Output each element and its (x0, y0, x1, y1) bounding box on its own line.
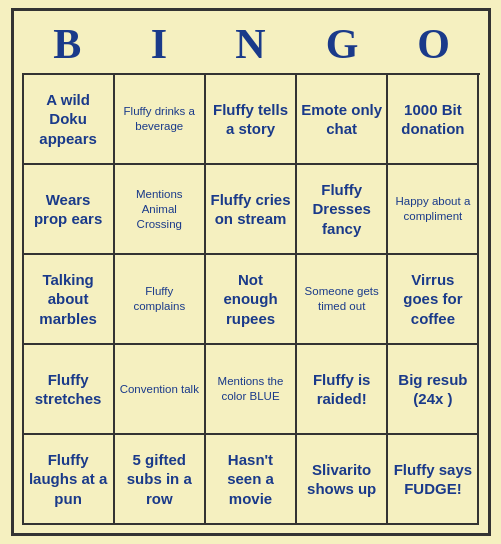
bingo-cell-10: Talking about marbles (24, 255, 115, 345)
bingo-cell-15: Fluffy stretches (24, 345, 115, 435)
bingo-cell-20: Fluffy laughs at a pun (24, 435, 115, 525)
bingo-cell-3: Emote only chat (297, 75, 388, 165)
cell-text-5: Wears prop ears (28, 190, 109, 229)
cell-text-9: Happy about a compliment (392, 194, 473, 224)
cell-text-13: Someone gets timed out (301, 284, 382, 314)
bingo-cell-5: Wears prop ears (24, 165, 115, 255)
bingo-letter-n: N (205, 19, 297, 69)
cell-text-20: Fluffy laughs at a pun (28, 450, 109, 509)
cell-text-6: Mentions Animal Crossing (119, 187, 200, 232)
bingo-cell-4: 1000 Bit donation (388, 75, 479, 165)
cell-text-11: Fluffy complains (119, 284, 200, 314)
bingo-cell-14: Virrus goes for coffee (388, 255, 479, 345)
cell-text-16: Convention talk (120, 382, 199, 397)
cell-text-1: Fluffy drinks a beverage (119, 104, 200, 134)
bingo-cell-23: Slivarito shows up (297, 435, 388, 525)
bingo-cell-16: Convention talk (115, 345, 206, 435)
bingo-cell-7: Fluffy cries on stream (206, 165, 297, 255)
bingo-letter-i: I (113, 19, 205, 69)
cell-text-3: Emote only chat (301, 100, 382, 139)
bingo-card: BINGO A wild Doku appearsFluffy drinks a… (11, 8, 491, 536)
cell-text-18: Fluffy is raided! (301, 370, 382, 409)
cell-text-17: Mentions the color BLUE (210, 374, 291, 404)
bingo-cell-6: Mentions Animal Crossing (115, 165, 206, 255)
cell-text-24: Fluffy says FUDGE! (392, 460, 473, 499)
bingo-letter-g: G (296, 19, 388, 69)
bingo-cell-9: Happy about a compliment (388, 165, 479, 255)
bingo-cell-22: Hasn't seen a movie (206, 435, 297, 525)
cell-text-8: Fluffy Dresses fancy (301, 180, 382, 239)
cell-text-15: Fluffy stretches (28, 370, 109, 409)
bingo-grid: A wild Doku appearsFluffy drinks a bever… (22, 73, 480, 525)
cell-text-10: Talking about marbles (28, 270, 109, 329)
cell-text-4: 1000 Bit donation (392, 100, 473, 139)
cell-text-23: Slivarito shows up (301, 460, 382, 499)
bingo-cell-21: 5 gifted subs in a row (115, 435, 206, 525)
bingo-cell-19: Big resub (24x ) (388, 345, 479, 435)
cell-text-2: Fluffy tells a story (210, 100, 291, 139)
cell-text-19: Big resub (24x ) (392, 370, 473, 409)
bingo-cell-8: Fluffy Dresses fancy (297, 165, 388, 255)
cell-text-22: Hasn't seen a movie (210, 450, 291, 509)
bingo-header: BINGO (22, 19, 480, 69)
bingo-letter-b: B (22, 19, 114, 69)
bingo-cell-17: Mentions the color BLUE (206, 345, 297, 435)
cell-text-21: 5 gifted subs in a row (119, 450, 200, 509)
bingo-cell-24: Fluffy says FUDGE! (388, 435, 479, 525)
bingo-cell-1: Fluffy drinks a beverage (115, 75, 206, 165)
bingo-cell-12: Not enough rupees (206, 255, 297, 345)
bingo-letter-o: O (388, 19, 480, 69)
bingo-cell-2: Fluffy tells a story (206, 75, 297, 165)
cell-text-0: A wild Doku appears (28, 90, 109, 149)
cell-text-14: Virrus goes for coffee (392, 270, 473, 329)
cell-text-7: Fluffy cries on stream (210, 190, 291, 229)
bingo-cell-11: Fluffy complains (115, 255, 206, 345)
bingo-cell-0: A wild Doku appears (24, 75, 115, 165)
cell-text-12: Not enough rupees (210, 270, 291, 329)
bingo-cell-13: Someone gets timed out (297, 255, 388, 345)
bingo-cell-18: Fluffy is raided! (297, 345, 388, 435)
